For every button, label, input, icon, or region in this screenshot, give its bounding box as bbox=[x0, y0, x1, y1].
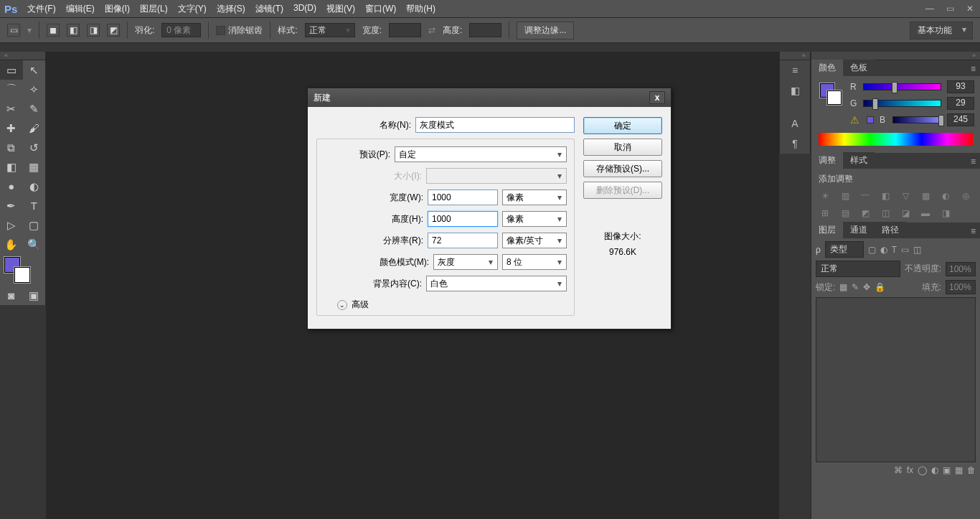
gamut-color-icon[interactable] bbox=[867, 116, 874, 123]
blend-mode-select[interactable]: 正常 bbox=[816, 261, 900, 277]
dlg-mode-select[interactable]: 灰度 bbox=[433, 254, 498, 270]
history-brush-tool[interactable]: ↺ bbox=[23, 138, 46, 157]
stamp-tool[interactable]: ⧉ bbox=[0, 138, 23, 157]
menu-window[interactable]: 窗口(W) bbox=[365, 3, 396, 15]
dlg-height-unit[interactable]: 像素 bbox=[502, 211, 567, 227]
swap-icon[interactable]: ⇄ bbox=[428, 25, 435, 35]
history-icon[interactable]: ≡ bbox=[780, 60, 810, 80]
shape-tool[interactable]: ▢ bbox=[23, 215, 46, 235]
sub-sel-icon[interactable]: ◨ bbox=[87, 24, 100, 37]
group-icon[interactable]: ▣ bbox=[943, 465, 951, 475]
paragraph-icon[interactable]: ¶ bbox=[780, 134, 810, 154]
pen-tool[interactable]: ✒ bbox=[0, 196, 23, 215]
height-input[interactable] bbox=[469, 23, 501, 37]
panel-menu-icon[interactable]: ≡ bbox=[966, 154, 980, 169]
dlg-res-unit[interactable]: 像素/英寸 bbox=[502, 233, 567, 248]
dlg-width-input[interactable] bbox=[428, 190, 498, 205]
fill-layer-icon[interactable]: ◐ bbox=[931, 465, 938, 475]
lock-all-icon[interactable]: 🔒 bbox=[875, 282, 885, 292]
selective-icon[interactable]: ◨ bbox=[939, 208, 952, 218]
r-value[interactable]: 93 bbox=[947, 80, 974, 93]
layer-filter-kind[interactable]: 类型 bbox=[825, 241, 864, 258]
layer-list[interactable] bbox=[816, 297, 976, 462]
properties-icon[interactable]: ◧ bbox=[780, 80, 810, 100]
character-icon[interactable]: A bbox=[780, 113, 810, 134]
trash-icon[interactable]: 🗑 bbox=[967, 465, 976, 475]
dialog-titlebar[interactable]: 新建 x bbox=[308, 88, 671, 107]
hand-tool[interactable]: ✋ bbox=[0, 235, 23, 254]
tab-channels[interactable]: 通道 bbox=[843, 222, 875, 238]
dlg-depth-select[interactable]: 8 位 bbox=[502, 254, 567, 270]
photo-filter-icon[interactable]: ◎ bbox=[959, 191, 972, 201]
ok-button[interactable]: 确定 bbox=[583, 117, 662, 134]
tab-styles[interactable]: 样式 bbox=[843, 152, 875, 169]
fill-value[interactable]: 100% bbox=[946, 280, 976, 294]
opacity-value[interactable]: 100% bbox=[946, 262, 976, 276]
filter-adjust-icon[interactable]: ◐ bbox=[880, 245, 887, 255]
background-color[interactable] bbox=[14, 267, 30, 283]
poster-icon[interactable]: ◫ bbox=[879, 208, 892, 218]
g-value[interactable]: 29 bbox=[947, 97, 974, 110]
add-sel-icon[interactable]: ◧ bbox=[67, 24, 80, 37]
new-sel-icon[interactable]: ◼ bbox=[47, 24, 60, 37]
workspace-select[interactable]: 基本功能 bbox=[910, 22, 973, 39]
threshold-icon[interactable]: ◪ bbox=[899, 208, 912, 218]
zoom-tool[interactable]: 🔍 bbox=[23, 235, 46, 254]
name-input[interactable] bbox=[415, 117, 575, 133]
color-preview[interactable] bbox=[820, 83, 843, 127]
move-tool[interactable]: ↖ bbox=[23, 60, 46, 80]
preset-select[interactable]: 自定 bbox=[395, 146, 567, 162]
curves-icon[interactable]: 〰 bbox=[859, 191, 872, 201]
b-slider[interactable] bbox=[892, 116, 941, 123]
spectrum-bar[interactable] bbox=[819, 133, 973, 146]
levels-icon[interactable]: ▥ bbox=[839, 191, 852, 201]
dialog-close-button[interactable]: x bbox=[649, 91, 665, 104]
bw-icon[interactable]: ◐ bbox=[939, 191, 952, 201]
save-preset-button[interactable]: 存储预设(S)... bbox=[583, 160, 662, 177]
exposure-icon[interactable]: ◧ bbox=[879, 191, 892, 201]
menu-image[interactable]: 图像(I) bbox=[105, 3, 130, 15]
lookup-icon[interactable]: ▤ bbox=[839, 208, 852, 218]
close-button[interactable]: ✕ bbox=[964, 4, 976, 14]
menu-filter[interactable]: 滤镜(T) bbox=[255, 3, 283, 15]
mixer-icon[interactable]: ⊞ bbox=[819, 208, 831, 218]
wand-tool[interactable]: ✧ bbox=[23, 80, 46, 99]
tab-layers[interactable]: 图层 bbox=[811, 222, 843, 238]
style-select[interactable]: 正常 bbox=[305, 23, 355, 37]
maximize-button[interactable]: ▭ bbox=[944, 4, 956, 14]
menu-view[interactable]: 视图(V) bbox=[326, 3, 355, 15]
menu-edit[interactable]: 编辑(E) bbox=[66, 3, 95, 15]
menu-select[interactable]: 选择(S) bbox=[217, 3, 245, 15]
path-sel-tool[interactable]: ▷ bbox=[0, 215, 23, 235]
color-swatch[interactable] bbox=[0, 254, 45, 286]
b-value[interactable]: 245 bbox=[947, 113, 974, 126]
menu-layer[interactable]: 图层(L) bbox=[140, 3, 168, 15]
lock-trans-icon[interactable]: ▦ bbox=[839, 282, 847, 292]
filter-img-icon[interactable]: ▢ bbox=[868, 245, 876, 255]
brush-tool[interactable]: 🖌 bbox=[23, 118, 46, 138]
type-tool[interactable]: T bbox=[23, 196, 46, 215]
strip-collapse[interactable]: « bbox=[780, 52, 810, 60]
vibrance-icon[interactable]: ▽ bbox=[899, 191, 912, 201]
lock-pos-icon[interactable]: ✥ bbox=[863, 282, 870, 292]
menu-3d[interactable]: 3D(D) bbox=[293, 3, 316, 15]
panel-menu-icon[interactable]: ≡ bbox=[966, 224, 980, 238]
int-sel-icon[interactable]: ◩ bbox=[107, 24, 120, 37]
brightness-icon[interactable]: ☀ bbox=[819, 191, 831, 201]
menu-type[interactable]: 文字(Y) bbox=[178, 3, 207, 15]
blur-tool[interactable]: ● bbox=[0, 177, 23, 196]
filter-type-icon[interactable]: T bbox=[892, 245, 897, 255]
filter-smart-icon[interactable]: ◫ bbox=[913, 245, 921, 255]
eraser-tool[interactable]: ◧ bbox=[0, 157, 23, 177]
g-slider[interactable] bbox=[863, 100, 941, 107]
advanced-toggle[interactable]: ⌄ 高级 bbox=[337, 299, 567, 311]
hue-icon[interactable]: ▦ bbox=[919, 191, 932, 201]
screenmode-tool[interactable]: ▣ bbox=[23, 286, 46, 305]
marquee-tool-icon[interactable]: ▭ bbox=[7, 24, 20, 37]
eyedrop-tool[interactable]: ✎ bbox=[23, 99, 46, 118]
link-icon[interactable]: ⌘ bbox=[894, 465, 903, 475]
antialias-checkbox[interactable] bbox=[216, 26, 225, 35]
marquee-tool[interactable]: ▭ bbox=[0, 60, 23, 80]
heal-tool[interactable]: ✚ bbox=[0, 118, 23, 138]
mask-icon[interactable]: ◯ bbox=[918, 465, 927, 475]
